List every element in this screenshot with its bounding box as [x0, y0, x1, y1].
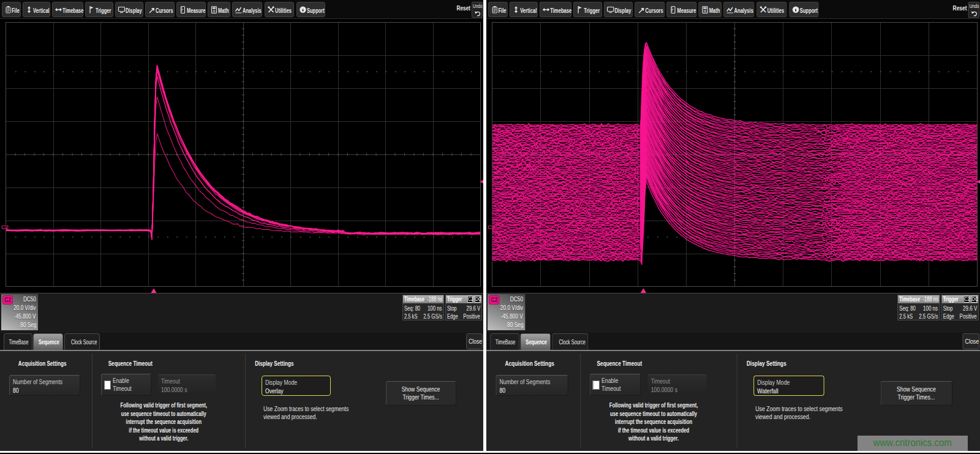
- svg-text:C2: C2: [1, 224, 9, 230]
- svg-text:C2: C2: [488, 224, 495, 230]
